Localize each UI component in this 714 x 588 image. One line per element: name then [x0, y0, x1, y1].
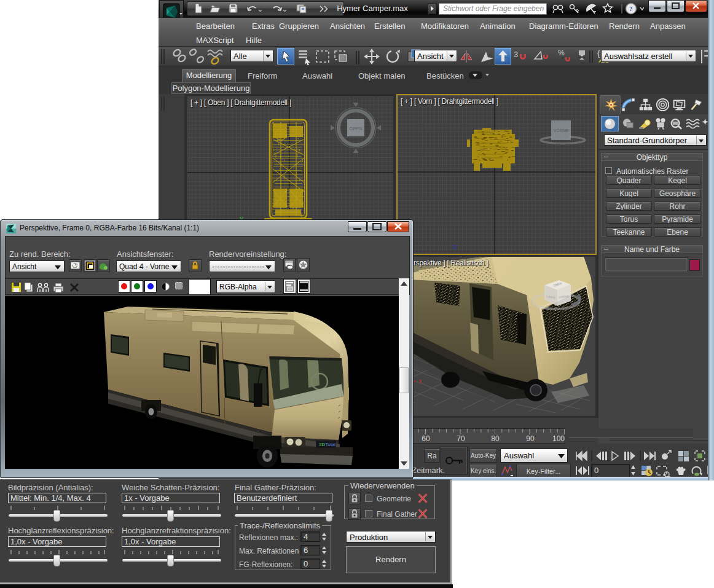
- svg-text:x: x: [418, 378, 422, 385]
- svg-text:3: 3: [514, 50, 518, 59]
- svg-text:?: ?: [629, 5, 633, 12]
- svg-text:70: 70: [457, 434, 465, 443]
- svg-text:80: 80: [491, 434, 500, 443]
- svg-text:100: 100: [552, 434, 565, 443]
- svg-text:3DTotal: 3DTotal: [319, 442, 335, 447]
- svg-text:%: %: [558, 49, 565, 57]
- svg-text:z: z: [453, 244, 457, 251]
- svg-text:VORNE: VORNE: [554, 128, 569, 133]
- svg-text:60: 60: [422, 434, 430, 443]
- svg-text:OBEN: OBEN: [349, 126, 362, 131]
- svg-text:90: 90: [526, 434, 535, 443]
